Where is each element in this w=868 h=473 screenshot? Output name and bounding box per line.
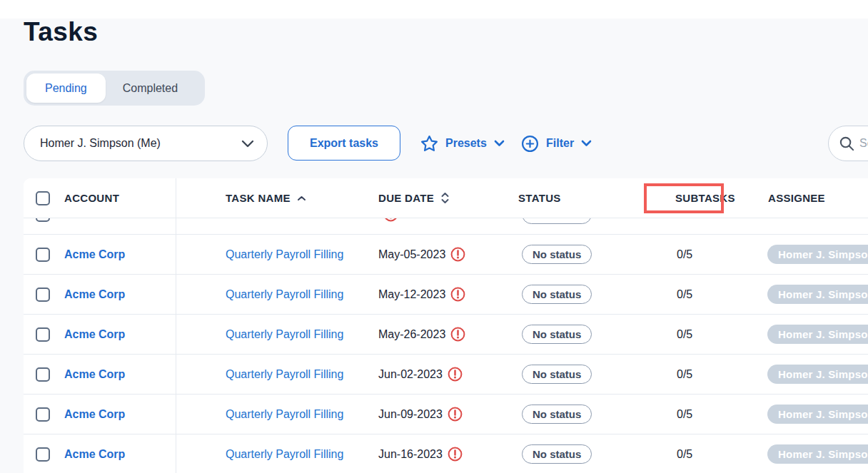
star-icon [420, 135, 438, 153]
row-checkbox[interactable] [36, 248, 50, 262]
due-date-value: May-12-2023 [378, 288, 445, 301]
assignee-badge: Homer J. Simpson [767, 285, 868, 304]
row-checkbox[interactable] [36, 407, 50, 422]
table-row: Acme Corp Quarterly Payroll Filling Jun-… [24, 355, 868, 395]
task-link[interactable]: Quarterly Payroll Filling [226, 328, 343, 340]
column-header-status[interactable]: STATUS [518, 192, 652, 204]
subtasks-highlight-annotation [644, 183, 724, 213]
top-strip [0, 0, 868, 19]
task-link[interactable]: Quarterly Payroll Filling [226, 288, 343, 300]
task-link[interactable]: Quarterly Payroll Filling [226, 248, 343, 260]
due-date-value: May-05-2023 [378, 248, 445, 261]
export-tasks-label: Export tasks [310, 137, 378, 150]
assignee-badge: Homer J. Simpson [767, 405, 868, 424]
status-badge: No status [522, 444, 592, 464]
table-row: Acme Corp Quarterly Payroll Filling Jun-… [24, 395, 868, 434]
overdue-alert-icon [448, 447, 463, 462]
status-badge: No status [522, 285, 592, 304]
column-header-task-name-label: TASK NAME [226, 192, 291, 204]
plus-circle-icon [521, 135, 539, 153]
task-link[interactable]: Quarterly Payroll Filling [226, 448, 343, 460]
status-badge: No status [522, 365, 592, 384]
overdue-alert-icon [450, 327, 465, 342]
assignee-badge: Homer J. Simpson [767, 245, 868, 264]
sort-ascending-icon [297, 195, 306, 201]
due-date-value: Jun-09-2023 [378, 408, 443, 421]
task-link[interactable]: Quarterly Payroll Filling [226, 368, 343, 380]
subtasks-count: 0/5 [677, 248, 692, 260]
table-row: Acme Corp Quarterly Payroll Filling May-… [24, 315, 868, 355]
table-row: No status [24, 218, 868, 235]
table-header-row: ACCOUNT TASK NAME DUE DATE STATUS SUBTAS… [24, 178, 868, 218]
row-checkbox[interactable] [36, 218, 50, 222]
search-box[interactable] [828, 126, 868, 161]
filter-button[interactable]: Filter [521, 126, 592, 161]
row-checkbox[interactable] [36, 288, 50, 302]
subtasks-count: 0/5 [677, 408, 692, 420]
column-header-account[interactable]: ACCOUNT [64, 192, 226, 204]
assignee-filter-dropdown[interactable]: Homer J. Simpson (Me) [24, 126, 268, 161]
status-badge: No status [522, 218, 592, 224]
assignee-filter-value: Homer J. Simpson (Me) [40, 137, 161, 150]
select-all-checkbox[interactable] [36, 191, 50, 205]
row-checkbox[interactable] [36, 327, 50, 342]
chevron-down-icon [494, 140, 505, 147]
status-badge: No status [522, 325, 592, 344]
table-body: No status Acme Corp Quarterly Payroll Fi… [24, 218, 868, 473]
filter-label: Filter [546, 137, 574, 150]
due-date-value: Jun-02-2023 [378, 368, 443, 381]
column-header-account-label: ACCOUNT [64, 192, 119, 204]
overdue-alert-icon [450, 247, 465, 262]
overdue-alert-icon [448, 367, 463, 382]
tab-group: Pending Completed [24, 71, 205, 106]
subtasks-count: 0/5 [677, 368, 692, 380]
account-link[interactable]: Acme Corp [64, 248, 125, 260]
presets-label: Presets [445, 137, 487, 150]
account-link[interactable]: Acme Corp [64, 408, 125, 420]
table-row: Acme Corp Quarterly Payroll Filling Jun-… [24, 434, 868, 473]
sort-both-icon [440, 192, 450, 204]
subtasks-count: 0/5 [677, 328, 692, 340]
status-badge: No status [522, 245, 592, 264]
chevron-down-icon [581, 140, 592, 147]
assignee-badge: Homer J. Simpson [767, 444, 868, 464]
overdue-alert-icon [450, 287, 465, 302]
overdue-alert-icon [383, 218, 398, 222]
row-checkbox[interactable] [36, 447, 50, 462]
search-input[interactable] [859, 137, 868, 150]
subtasks-count: 0/5 [677, 288, 692, 300]
column-header-assignee[interactable]: ASSIGNEE [768, 192, 857, 204]
column-header-status-label: STATUS [518, 192, 561, 204]
page-title: Tasks [24, 17, 98, 47]
tasks-table: ACCOUNT TASK NAME DUE DATE STATUS SUBTAS… [24, 178, 868, 473]
row-checkbox[interactable] [36, 367, 50, 382]
column-header-due-date[interactable]: DUE DATE [378, 192, 498, 204]
due-date-value: Jun-16-2023 [378, 448, 443, 461]
export-tasks-button[interactable]: Export tasks [288, 126, 400, 161]
account-link[interactable]: Acme Corp [64, 368, 125, 380]
column-header-due-date-label: DUE DATE [378, 192, 434, 204]
table-row: Acme Corp Quarterly Payroll Filling May-… [24, 275, 868, 315]
table-row: Acme Corp Quarterly Payroll Filling May-… [24, 235, 868, 275]
tab-pending[interactable]: Pending [26, 73, 106, 103]
presets-button[interactable]: Presets [420, 126, 505, 161]
task-link[interactable]: Quarterly Payroll Filling [226, 408, 343, 420]
toolbar: Homer J. Simpson (Me) Export tasks Prese… [24, 126, 868, 161]
column-header-task-name[interactable]: TASK NAME [226, 192, 378, 204]
tab-completed[interactable]: Completed [106, 82, 195, 95]
search-icon [839, 136, 855, 152]
subtasks-count: 0/5 [677, 448, 692, 460]
account-link[interactable]: Acme Corp [64, 448, 125, 460]
chevron-down-icon [241, 140, 254, 148]
overdue-alert-icon [448, 407, 463, 422]
account-link[interactable]: Acme Corp [64, 288, 125, 300]
status-badge: No status [522, 405, 592, 424]
assignee-badge: Homer J. Simpson [767, 325, 868, 344]
due-date-value: May-26-2023 [378, 328, 445, 341]
column-header-assignee-label: ASSIGNEE [768, 192, 825, 204]
account-link[interactable]: Acme Corp [64, 328, 125, 340]
assignee-badge: Homer J. Simpson [767, 365, 868, 384]
frozen-column-divider [176, 178, 176, 473]
